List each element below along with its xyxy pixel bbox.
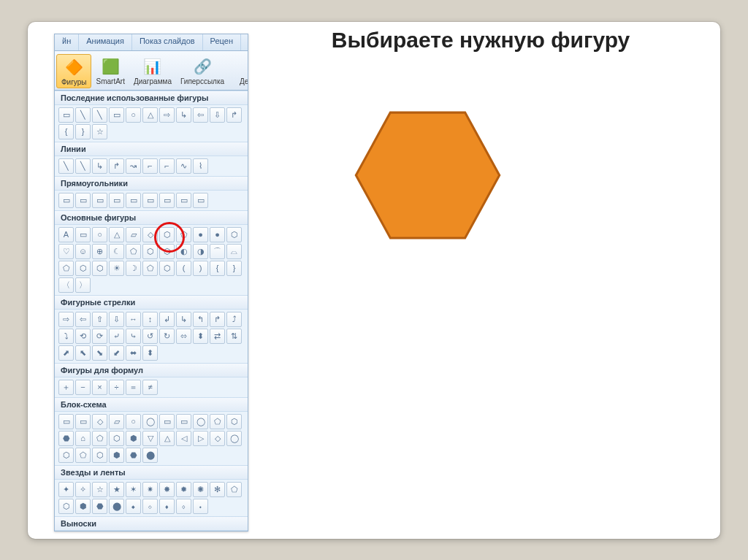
shape-option[interactable]: { — [58, 124, 74, 139]
shape-option[interactable]: ÷ — [109, 380, 124, 395]
shape-option[interactable]: ▭ — [75, 227, 91, 242]
shape-option[interactable]: △ — [109, 227, 124, 242]
shape-option[interactable]: ◑ — [193, 244, 208, 259]
shape-option[interactable]: ⬈ — [58, 345, 74, 361]
shape-option[interactable]: ☽ — [126, 261, 141, 276]
shape-option[interactable]: ● — [193, 227, 208, 242]
ribbon-smartart[interactable]: 🟩 SmartArt — [91, 54, 129, 88]
shape-option[interactable]: ⬊ — [92, 345, 107, 361]
shape-option[interactable]: ↱ — [226, 107, 242, 123]
shape-option[interactable]: ⟲ — [75, 329, 91, 344]
shape-option[interactable]: ↕ — [142, 312, 158, 327]
shape-option[interactable]: ◯ — [142, 414, 158, 429]
shape-option[interactable]: ⇩ — [210, 107, 225, 123]
shape-option[interactable]: ⬤ — [109, 499, 124, 514]
shape-option[interactable]: ⬡ — [159, 227, 175, 242]
shape-option[interactable]: ⬠ — [75, 448, 91, 463]
shape-option[interactable]: ⬡ — [75, 261, 91, 276]
shape-option[interactable]: ◁ — [176, 431, 191, 446]
ribbon-hyperlink[interactable]: 🔗 Гиперссылка — [176, 54, 229, 88]
shape-option[interactable]: ✹ — [176, 482, 191, 497]
shape-option[interactable]: ⬥ — [126, 499, 141, 514]
shape-option[interactable]: } — [226, 261, 242, 276]
shape-option[interactable]: ⇦ — [75, 312, 91, 327]
shape-option[interactable]: ╲ — [75, 107, 91, 123]
shape-option[interactable]: ▭ — [109, 107, 124, 123]
shape-option[interactable]: ⬋ — [109, 345, 124, 361]
shape-option[interactable]: ⬣ — [58, 431, 74, 446]
shape-option[interactable]: ⬡ — [58, 448, 74, 463]
shape-option[interactable]: ● — [210, 227, 225, 242]
shape-option[interactable]: ⌓ — [226, 244, 242, 259]
shape-option[interactable]: ☆ — [92, 124, 107, 139]
shape-option[interactable]: ⬡ — [92, 261, 107, 276]
shape-option[interactable]: ▭ — [75, 193, 91, 208]
shape-option[interactable]: ⬠ — [126, 244, 141, 259]
shape-option[interactable]: ☺ — [75, 244, 91, 259]
shape-option[interactable]: { — [210, 261, 225, 276]
shape-option[interactable]: ⌐ — [142, 158, 158, 174]
shape-option[interactable]: ▭ — [75, 414, 91, 429]
shape-option[interactable]: ⬦ — [142, 499, 158, 514]
shape-option[interactable]: ⬌ — [126, 345, 141, 361]
shape-option[interactable]: ╲ — [92, 107, 107, 123]
shape-option[interactable]: } — [75, 124, 91, 139]
shape-option[interactable]: ◇ — [92, 414, 107, 429]
shape-option[interactable]: ⤴ — [226, 312, 242, 327]
shape-option[interactable]: ▭ — [109, 193, 124, 208]
shape-option[interactable]: ⬢ — [75, 499, 91, 514]
shape-option[interactable]: ⬤ — [142, 448, 158, 463]
shape-option[interactable]: ○ — [126, 107, 141, 123]
shape-option[interactable]: ↻ — [159, 329, 175, 344]
shape-option[interactable]: ✸ — [159, 482, 175, 497]
shape-option[interactable]: − — [75, 380, 91, 395]
shape-option[interactable]: ⤷ — [126, 329, 141, 344]
shape-option[interactable]: ☾ — [109, 244, 124, 259]
shape-option[interactable]: ( — [176, 261, 191, 276]
shape-option[interactable]: ⬡ — [92, 448, 107, 463]
shape-option[interactable]: ✧ — [75, 482, 91, 497]
shape-option[interactable]: ▱ — [109, 414, 124, 429]
shape-option[interactable]: ╲ — [58, 158, 74, 174]
ribbon-shapes[interactable]: 🔶 Фигуры — [56, 54, 91, 88]
tab-design[interactable]: йн — [55, 34, 79, 50]
shape-option[interactable]: ✺ — [193, 482, 208, 497]
shape-option[interactable]: ✦ — [58, 482, 74, 497]
shape-option[interactable]: ＋ — [58, 380, 74, 395]
shape-option[interactable]: ⬠ — [210, 414, 225, 429]
ribbon-chart[interactable]: 📊 Диаграмма — [129, 54, 176, 88]
shape-option[interactable]: ↱ — [109, 158, 124, 174]
shape-option[interactable]: ↝ — [126, 158, 141, 174]
shape-option[interactable]: ⤶ — [109, 329, 124, 344]
tab-slideshow[interactable]: Показ слайдов — [132, 34, 203, 50]
shape-option[interactable]: ⇅ — [226, 329, 242, 344]
shape-option[interactable]: ✶ — [126, 482, 141, 497]
shape-option[interactable]: △ — [142, 107, 158, 123]
shape-option[interactable]: ▭ — [193, 193, 208, 208]
shape-option[interactable]: ⬡ — [226, 227, 242, 242]
shape-option[interactable]: ⬧ — [159, 499, 175, 514]
shape-option[interactable]: ⬉ — [75, 345, 91, 361]
shape-option[interactable]: ▭ — [58, 107, 74, 123]
shape-option[interactable]: ☀ — [109, 261, 124, 276]
shape-option[interactable]: ⬠ — [58, 261, 74, 276]
shape-option[interactable]: ⬠ — [142, 261, 158, 276]
shape-option[interactable]: ★ — [109, 482, 124, 497]
shape-option[interactable]: ▷ — [193, 431, 208, 446]
shape-option[interactable]: ♡ — [58, 244, 74, 259]
shape-option[interactable]: ╲ — [75, 158, 91, 174]
shape-option[interactable]: ⇦ — [193, 107, 208, 123]
shape-option[interactable]: ⌐ — [159, 158, 175, 174]
shape-option[interactable]: ▭ — [176, 193, 191, 208]
shape-option[interactable]: ▱ — [126, 227, 141, 242]
shape-option[interactable]: ⬠ — [226, 482, 242, 497]
shape-option[interactable]: 〈 — [58, 277, 74, 293]
shape-option[interactable]: ⤵ — [58, 329, 74, 344]
shape-option[interactable]: ⌇ — [193, 158, 208, 174]
shape-option[interactable]: ⇧ — [92, 312, 107, 327]
shape-option[interactable]: ○ — [92, 227, 107, 242]
shape-option[interactable]: ▭ — [92, 193, 107, 208]
shape-option[interactable]: ⬡ — [226, 414, 242, 429]
shape-option[interactable]: ▭ — [142, 193, 158, 208]
shape-option[interactable]: ↳ — [176, 312, 191, 327]
